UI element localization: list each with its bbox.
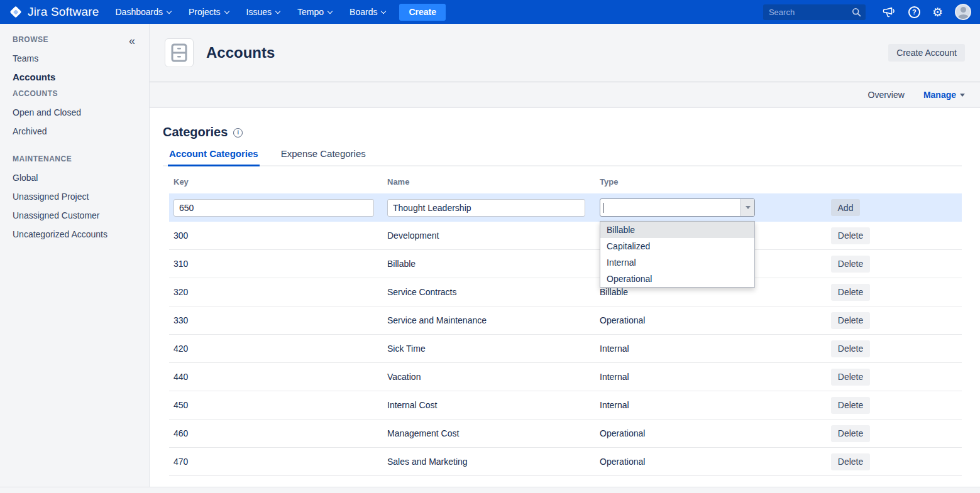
row-name: Development [383,230,595,241]
sidebar-items: Teams Accounts [13,54,136,82]
sidebar-item-accounts[interactable]: Accounts [13,73,136,82]
overview-link[interactable]: Overview [868,90,905,100]
help-icon[interactable]: ? [908,6,920,18]
create-button[interactable]: Create [399,4,446,21]
create-account-button[interactable]: Create Account [888,44,965,62]
tab-account-categories[interactable]: Account Categories [168,148,260,166]
row-type: Operational [595,428,827,438]
sidebar-group: ACCOUNTS Open and Closed Archived [13,89,136,136]
info-icon[interactable]: i [233,128,243,138]
nav-item-label: Tempo [297,7,324,17]
avatar[interactable] [955,4,971,20]
nav-item-label: Projects [189,7,221,17]
sidebar-item-teams[interactable]: Teams [13,54,136,63]
jira-home-link[interactable]: Jira Software [9,5,99,19]
delete-button[interactable]: Delete [831,453,870,470]
row-key: 310 [169,259,383,269]
row-key: 420 [169,344,383,354]
page-title: Accounts [206,44,275,62]
sidebar-group: MAINTENANCE Global Unassigned Project Un… [13,154,136,239]
dropdown-option-operational[interactable]: Operational [600,271,754,287]
delete-button[interactable]: Delete [831,256,870,273]
row-name: Vacation [383,372,595,382]
type-dropdown-menu: Billable Capitalized Internal Operationa… [600,221,755,288]
delete-button[interactable]: Delete [831,340,870,357]
row-name: Internal Cost [383,400,595,410]
table-row: 320 Service Contracts Billable Delete [169,278,962,306]
megaphone-icon[interactable] [883,6,896,18]
row-name: Management Cost [383,428,595,438]
sidebar-item-unassigned-customer[interactable]: Unassigned Customer [13,211,136,220]
delete-button[interactable]: Delete [831,284,870,301]
account-subnav: Overview Manage [150,82,980,108]
collapse-sidebar-icon[interactable]: « [129,35,135,48]
chevron-down-icon [167,8,172,13]
chevron-down-icon [746,206,751,209]
delete-button[interactable]: Delete [831,425,870,442]
nav-item-dashboards[interactable]: Dashboards [115,7,171,17]
nav-item-issues[interactable]: Issues [246,7,280,17]
gear-icon[interactable]: ⚙ [932,6,943,18]
search-input[interactable] [763,4,866,20]
categories-section: Categories i Account Categories Expense … [150,108,980,476]
type-select[interactable] [600,198,755,217]
row-key: 460 [169,428,383,438]
sidebar-item-unassigned-project[interactable]: Unassigned Project [13,192,136,201]
sidebar-items: Global Unassigned Project Unassigned Cus… [13,173,136,239]
sidebar-item-open-and-closed[interactable]: Open and Closed [13,108,136,117]
key-input[interactable] [173,199,374,217]
table-header: Key Name Type [169,166,962,193]
file-cabinet-icon [171,43,187,62]
jira-logo-icon [9,5,23,19]
dropdown-option-billable[interactable]: Billable [600,222,754,238]
sidebar-section-header: BROWSE [13,35,136,44]
row-key: 330 [169,315,383,325]
table-row: 330 Service and Maintenance Operational … [169,306,962,335]
text-cursor [603,203,603,213]
section-title: Categories [163,124,228,139]
nav-item-projects[interactable]: Projects [189,7,229,17]
search-icon[interactable] [852,8,861,17]
chevron-down-icon [960,94,965,97]
sidebar-item-global[interactable]: Global [13,173,136,182]
topnav-right-cluster: ? ⚙ [763,4,971,20]
nav-item-tempo[interactable]: Tempo [297,7,332,17]
delete-button[interactable]: Delete [831,227,870,244]
page-header: Accounts Create Account [150,24,980,82]
delete-button[interactable]: Delete [831,369,870,386]
tab-expense-categories[interactable]: Expense Categories [280,148,367,165]
row-key: 320 [169,287,383,297]
add-button[interactable]: Add [831,199,860,216]
nav-item-label: Boards [350,7,377,17]
nav-item-boards[interactable]: Boards [350,7,385,17]
row-key: 450 [169,400,383,410]
dropdown-option-internal[interactable]: Internal [600,254,754,271]
sidebar-item-archived[interactable]: Archived [13,127,136,136]
delete-button[interactable]: Delete [831,312,870,329]
category-tabs: Account Categories Expense Categories [163,148,962,166]
manage-link[interactable]: Manage [923,90,965,100]
footer-strip [0,487,980,493]
topnav-menu: Dashboards Projects Issues Tempo Boards [115,7,385,17]
table-row: 470 Sales and Marketing Operational Dele… [169,448,962,476]
search-box [763,4,866,20]
chevron-down-icon [328,8,333,13]
table-row: 300 Development Delete [169,222,962,250]
sidebar-item-uncategorized-accounts[interactable]: Uncategorized Accounts [13,230,136,239]
name-input[interactable] [387,199,585,217]
dropdown-option-capitalized[interactable]: Capitalized [600,238,754,254]
type-select-value[interactable] [600,199,741,216]
column-header-key: Key [169,177,383,187]
delete-button[interactable]: Delete [831,397,870,414]
chevron-down-icon [224,8,229,13]
sidebar-section-header: ACCOUNTS [13,89,136,98]
row-key: 440 [169,372,383,382]
row-name: Billable [383,259,595,269]
accounts-app-icon [165,38,194,67]
categories-table: Key Name Type [169,166,962,476]
chevron-down-icon [381,8,386,13]
table-row: 440 Vacation Internal Delete [169,363,962,391]
row-type: Internal [595,372,827,382]
sidebar-section-header: MAINTENANCE [13,154,136,163]
type-select-arrow-button[interactable] [741,199,754,216]
